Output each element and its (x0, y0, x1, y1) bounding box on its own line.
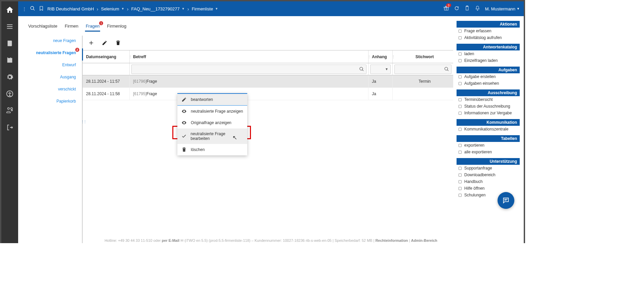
col-keyword[interactable]: Stichwort (393, 50, 453, 63)
tab-3[interactable]: Firmenlog (107, 21, 126, 31)
panel-item[interactable]: laden (457, 50, 520, 57)
gear-icon[interactable] (5, 73, 14, 81)
table-toolbar (83, 36, 453, 50)
panel-item[interactable]: Frage erfassen (457, 28, 520, 34)
svg-rect-16 (459, 180, 461, 183)
panel-item[interactable]: Aufgaben einsehen (457, 80, 520, 87)
filter-date (83, 63, 130, 75)
gift-icon[interactable] (443, 5, 449, 12)
panel-item[interactable]: exportieren (457, 142, 520, 149)
svg-rect-14 (459, 167, 461, 169)
tab-2[interactable]: Fragen1 (86, 21, 99, 31)
panel-item[interactable]: Supportanfrage (457, 165, 520, 172)
breadcrumb-1[interactable]: Selenium▼ (101, 6, 124, 11)
tab-1[interactable]: Firmen (65, 21, 78, 31)
search-icon[interactable] (30, 6, 35, 12)
footer-admin-link[interactable]: Admin-Bereich (411, 238, 437, 242)
panel-item[interactable]: Informationen zur Vergabe (457, 110, 520, 116)
bookmark-icon[interactable] (39, 6, 44, 12)
home-icon[interactable] (5, 5, 14, 14)
drag-handle-icon[interactable]: ⋮ (22, 6, 27, 11)
bell-icon[interactable] (475, 5, 480, 12)
table-body: 28.11.2024 - 11:57[61796] FrageJaTermin2… (83, 75, 453, 100)
context-item-0[interactable]: beantworten (177, 94, 247, 106)
list-icon[interactable] (5, 22, 14, 31)
add-button[interactable] (88, 40, 94, 46)
context-item-1[interactable]: neutralisierte Frage anzeigen (177, 106, 247, 117)
svg-rect-8 (459, 98, 461, 101)
panel-header-5: Tabellen (457, 135, 520, 142)
clipboard-icon[interactable] (464, 5, 470, 12)
topbar: ⋮ RIB Deutschland GmbH Selenium▼ FAQ_Neu… (18, 1, 524, 16)
panel-header-4: Kommunikation (457, 119, 520, 126)
footer-email-link[interactable]: per E-Mail (162, 238, 180, 242)
panel-item[interactable]: Terminübersicht (457, 96, 520, 103)
panel-item[interactable]: alle exportieren (457, 149, 520, 155)
panel-header-1: Antwortenkatalog (457, 44, 520, 50)
context-item-2[interactable]: Originalfrage anzeigen (177, 117, 247, 128)
col-attachment[interactable]: Anhang (369, 50, 393, 63)
panel-item[interactable]: Status der Ausschreibung (457, 103, 520, 110)
accessibility-icon[interactable] (5, 89, 14, 98)
panel-item[interactable]: Hilfe öffnen (457, 185, 520, 192)
context-item-3[interactable]: neutralisierte Frage bearbeiten (177, 128, 247, 144)
svg-rect-5 (459, 59, 461, 62)
refresh-icon[interactable] (454, 5, 460, 12)
app-window: ⋮ RIB Deutschland GmbH Selenium▼ FAQ_Neu… (0, 0, 525, 243)
svg-rect-7 (459, 82, 461, 85)
filter-subject[interactable] (130, 63, 369, 75)
table-row[interactable]: 28.11.2024 - 11:57[61796] FrageJaTermin (83, 75, 453, 88)
panel-item[interactable]: Handbuch (457, 178, 520, 185)
panel-item[interactable]: Aufgabe erstellen (457, 73, 520, 80)
group-switch-icon[interactable] (5, 106, 14, 115)
tabs: VorschlagslisteFirmenFragen1Firmenlog (25, 21, 453, 32)
chevron-right-icon (126, 6, 129, 12)
context-menu: beantwortenneutralisierte Frage anzeigen… (177, 93, 247, 155)
logout-icon[interactable] (5, 123, 14, 132)
breadcrumb-3[interactable]: Firmenliste▼ (192, 6, 218, 11)
svg-rect-4 (459, 52, 461, 55)
edit-button[interactable] (101, 40, 108, 46)
panel-item[interactable]: Kommunikationszentrale (457, 126, 520, 133)
panel-item[interactable]: Aktivitätslog aufrufen (457, 34, 520, 41)
calendar-icon[interactable] (5, 56, 14, 65)
panel-header-2: Aufgaben (457, 67, 520, 73)
footer-rights-link[interactable]: Rechteinformation (375, 238, 408, 242)
right-panel: AktionenFrage erfassenAktivitätslog aufr… (453, 16, 524, 243)
user-menu[interactable]: M. Mustermann▼ (485, 6, 520, 11)
filter-attachment[interactable]: ▼ (369, 63, 393, 75)
filter-keyword[interactable] (393, 63, 453, 75)
chat-float-button[interactable] (498, 192, 514, 209)
breadcrumb: RIB Deutschland GmbH Selenium▼ FAQ_Neu__… (47, 6, 218, 12)
subnav-separator[interactable]: ⋮⋮ (82, 36, 83, 243)
subnav-item-4[interactable]: verschickt (58, 87, 76, 91)
breadcrumb-0[interactable]: RIB Deutschland GmbH (47, 6, 94, 11)
table-row[interactable]: 28.11.2024 - 11:58[61795] FrageJa (83, 88, 453, 100)
breadcrumb-2[interactable]: FAQ_Neu__1732790277▼ (131, 6, 185, 11)
subnav-item-1[interactable]: neutralisierte Fragen2 (36, 50, 76, 55)
table-header: Datumseingang Betreff Anhang Stichwort (83, 50, 453, 63)
svg-rect-10 (459, 112, 461, 114)
drag-handle-icon[interactable]: ⋮⋮ (81, 120, 86, 123)
subnav-item-5[interactable]: Papierkorb (56, 99, 76, 104)
contacts-icon[interactable] (5, 39, 14, 48)
col-date[interactable]: Datumseingang (83, 50, 130, 63)
col-subject[interactable]: Betreff (130, 50, 369, 63)
svg-rect-3 (459, 36, 461, 39)
tab-0[interactable]: Vorschlagsliste (28, 21, 57, 31)
subnav-item-2[interactable]: Entwurf (62, 63, 76, 67)
svg-point-1 (9, 92, 10, 93)
svg-rect-18 (459, 194, 461, 196)
footer: Hotline: +49 30 44 33 11-510 oder per E-… (19, 238, 522, 243)
delete-button[interactable] (115, 40, 121, 46)
panel-item[interactable]: Downloadbereich (457, 172, 520, 178)
svg-rect-15 (459, 174, 461, 176)
table-area: Datumseingang Betreff Anhang Stichwort ▼… (83, 36, 453, 243)
panel-item[interactable]: Einzelfragen laden (457, 57, 520, 64)
chevron-right-icon (187, 6, 190, 12)
content-area: VorschlagslisteFirmenFragen1Firmenlog ne… (18, 16, 524, 243)
subnav-item-3[interactable]: Ausgang (60, 75, 76, 79)
subnav-item-0[interactable]: neue Fragen (53, 38, 76, 43)
context-item-4[interactable]: löschen (177, 144, 247, 155)
svg-rect-17 (459, 187, 461, 190)
